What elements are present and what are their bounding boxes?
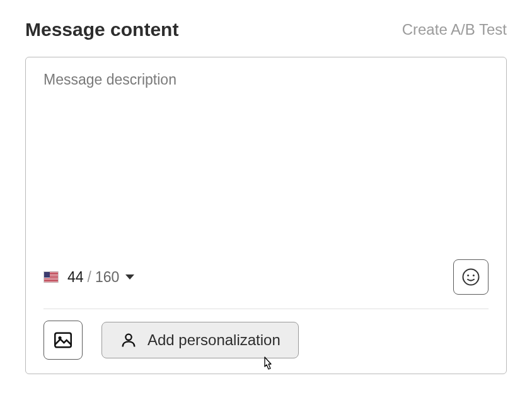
insert-image-button[interactable] xyxy=(43,321,83,360)
add-personalization-label: Add personalization xyxy=(147,331,280,349)
counter-separator: / xyxy=(88,269,91,286)
textarea-placeholder: Message description xyxy=(43,71,176,88)
actions-row: Add personalization xyxy=(26,309,506,374)
section-title: Message content xyxy=(25,19,178,40)
message-textarea[interactable]: Message description xyxy=(26,57,506,259)
svg-rect-3 xyxy=(55,333,71,348)
counter-row: 44 / 160 xyxy=(26,259,506,302)
emoji-button[interactable] xyxy=(453,259,489,295)
svg-point-0 xyxy=(463,269,479,285)
counter-max: 160 xyxy=(95,269,119,286)
create-ab-test-link[interactable]: Create A/B Test xyxy=(402,21,507,38)
character-counter[interactable]: 44 / 160 xyxy=(43,269,134,286)
counter-text: 44 / 160 xyxy=(67,269,134,286)
add-personalization-button[interactable]: Add personalization xyxy=(101,322,299,358)
svg-point-2 xyxy=(473,274,475,276)
svg-point-1 xyxy=(467,274,469,276)
svg-point-5 xyxy=(125,334,131,340)
chevron-down-icon xyxy=(125,274,134,280)
smile-icon xyxy=(461,268,480,286)
counter-current: 44 xyxy=(67,269,84,286)
person-icon xyxy=(120,331,137,349)
header-row: Message content Create A/B Test xyxy=(25,19,507,40)
us-flag-icon xyxy=(43,271,59,283)
image-icon xyxy=(52,329,74,351)
pointer-cursor-icon xyxy=(260,355,276,374)
message-editor-card: Message description 44 / 160 xyxy=(25,57,507,374)
